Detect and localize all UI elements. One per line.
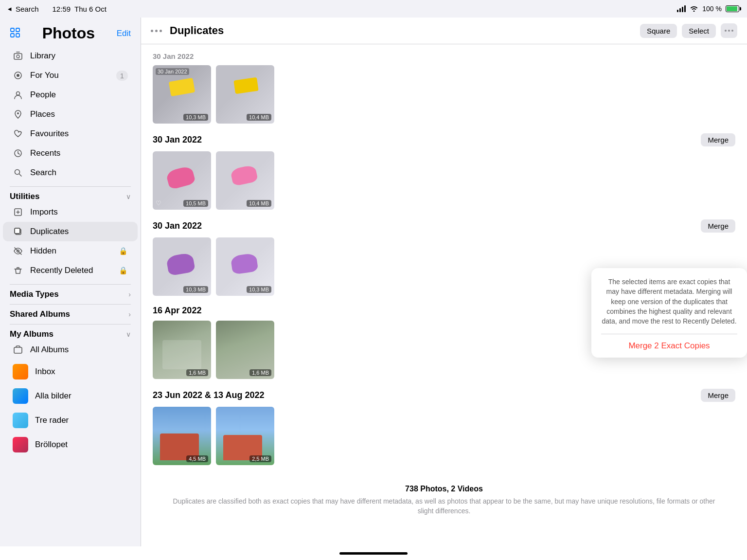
- sidebar-item-label: Places: [30, 109, 128, 119]
- sidebar-item-favourites[interactable]: Favourites: [3, 124, 138, 144]
- home-indicator: [0, 546, 747, 560]
- sidebar-shared-albums-section: Shared Albums ›: [0, 307, 141, 320]
- shared-albums-chevron-icon: ›: [128, 310, 131, 318]
- status-bar: ◂ Search 12:59 Thu 6 Oct 100 %: [0, 0, 747, 18]
- photo-thumb[interactable]: 2,5 MB: [216, 407, 274, 465]
- sidebar-divider-2: [10, 284, 131, 285]
- sidebar-divider-4: [10, 324, 131, 325]
- photo-thumb[interactable]: ♡ 10,5 MB: [153, 151, 211, 210]
- trash-icon: [13, 265, 23, 276]
- media-types-chevron-icon: ›: [128, 290, 131, 298]
- svg-point-11: [15, 170, 20, 175]
- date-label-3: 30 Jan 2022: [153, 221, 701, 231]
- tre-rader-album-thumb: [13, 413, 28, 428]
- photo-thumb[interactable]: 1,6 MB: [153, 321, 211, 379]
- sidebar-item-duplicates[interactable]: Duplicates: [3, 222, 138, 241]
- photo-size-label: 4,5 MB: [186, 455, 208, 462]
- hidden-icon: [13, 246, 23, 256]
- footer-count: 738 Photos, 2 Videos: [172, 485, 716, 493]
- main-title: Duplicates: [170, 24, 640, 37]
- my-albums-section-header[interactable]: My Albums ∨: [0, 326, 141, 340]
- date-label-2: 30 Jan 2022: [153, 135, 701, 145]
- shared-albums-section-header[interactable]: Shared Albums ›: [0, 307, 141, 320]
- merge-exact-copies-popup: The selected items are exact copies that…: [591, 268, 747, 358]
- svg-point-9: [17, 112, 19, 114]
- sidebar-divider-1: [10, 186, 131, 187]
- sidebar-item-places[interactable]: Places: [3, 105, 138, 124]
- status-bar-right: 100 %: [677, 5, 739, 13]
- sidebar-item-alla-bilder[interactable]: Alla bilder: [3, 384, 138, 408]
- merge-exact-copies-button[interactable]: Merge 2 Exact Copies: [601, 334, 737, 358]
- heart-favorite-icon: ♡: [156, 199, 161, 207]
- photo-pair-2: ♡ 10,5 MB 10,4 MB: [153, 151, 735, 210]
- more-options-button[interactable]: [721, 23, 737, 38]
- sidebar-item-library[interactable]: Library: [3, 46, 138, 66]
- sidebar-grid-btn[interactable]: [10, 27, 20, 40]
- photo-pair-1: 30 Jan 2022 10,3 MB 10,4 MB: [153, 65, 735, 124]
- sidebar-item-label: Library: [30, 51, 128, 61]
- merge-button-5[interactable]: Merge: [701, 389, 735, 402]
- date-group-1: 30 Jan 2022 30 Jan 2022 10,3 MB 10,4 MB: [153, 52, 735, 124]
- back-label[interactable]: Search: [16, 5, 39, 13]
- sidebar-edit-button[interactable]: Edit: [117, 29, 131, 38]
- sidebar-item-label: Tre rader: [35, 415, 128, 425]
- places-icon: [13, 109, 23, 120]
- svg-point-7: [17, 74, 19, 77]
- sidebar-item-foryou[interactable]: For You 1: [3, 66, 138, 85]
- photo-thumb[interactable]: 10,4 MB: [216, 151, 274, 210]
- status-date: Thu 6 Oct: [74, 5, 107, 13]
- square-button[interactable]: Square: [640, 24, 677, 38]
- sidebar-utilities-section: Utilities ∨ Imports Duplicates Hidden: [0, 189, 141, 280]
- sidebar-item-search[interactable]: Search: [3, 163, 138, 182]
- battery-percent: 100 %: [702, 5, 722, 13]
- svg-rect-1: [16, 28, 19, 32]
- utilities-section-header[interactable]: Utilities ∨: [0, 189, 141, 202]
- photo-thumb[interactable]: 10,3 MB: [153, 237, 211, 296]
- people-icon: [13, 90, 23, 100]
- photo-size-label: 10,3 MB: [183, 286, 208, 293]
- date-row-3: 30 Jan 2022 Merge: [153, 219, 735, 233]
- sidebar-item-label: Hidden: [30, 246, 112, 256]
- sidebar-item-label: For You: [30, 71, 109, 80]
- select-button[interactable]: Select: [682, 24, 716, 38]
- merge-button-3[interactable]: Merge: [701, 219, 735, 233]
- photo-size-label: 10,4 MB: [247, 114, 271, 121]
- sidebar-item-imports[interactable]: Imports: [3, 202, 138, 222]
- header-dots: [151, 30, 162, 32]
- foryou-icon: [13, 70, 23, 81]
- sidebar-item-inbox[interactable]: Inbox: [3, 360, 138, 384]
- home-indicator-bar: [339, 552, 408, 555]
- wifi-icon: [690, 5, 698, 13]
- svg-rect-17: [14, 347, 22, 353]
- merge-button-2[interactable]: Merge: [701, 133, 735, 146]
- date-row-2: 30 Jan 2022 Merge: [153, 133, 735, 146]
- date-group-5: 23 Jun 2022 & 13 Aug 2022 Merge 4,5 MB 2…: [153, 389, 735, 465]
- svg-rect-0: [11, 28, 14, 32]
- foryou-badge: 1: [116, 71, 128, 81]
- sidebar-item-all-albums[interactable]: All Albums: [3, 340, 138, 360]
- media-types-section-header[interactable]: Media Types ›: [0, 287, 141, 300]
- sidebar-item-recents[interactable]: Recents: [3, 144, 138, 163]
- my-albums-title: My Albums: [10, 329, 53, 339]
- sidebar-item-people[interactable]: People: [3, 85, 138, 105]
- photo-thumb[interactable]: 10,3 MB: [216, 237, 274, 296]
- sidebar-item-recently-deleted[interactable]: Recently Deleted 🔒: [3, 261, 138, 280]
- sidebar-item-label: People: [30, 90, 128, 100]
- photo-thumb[interactable]: 10,4 MB: [216, 65, 274, 124]
- sidebar-item-label: All Albums: [30, 345, 128, 355]
- utilities-chevron-icon: ∨: [126, 193, 131, 200]
- photo-size-label: 10,3 MB: [247, 286, 271, 293]
- search-icon: [13, 167, 23, 178]
- photo-thumb[interactable]: 30 Jan 2022 10,3 MB: [153, 65, 211, 124]
- sidebar-item-brollopet[interactable]: Bröllopet: [3, 433, 138, 457]
- date-row-1: 30 Jan 2022: [153, 52, 735, 60]
- imports-icon: [13, 207, 23, 217]
- photo-thumb[interactable]: 4,5 MB: [153, 407, 211, 465]
- sidebar-item-tre-rader[interactable]: Tre rader: [3, 408, 138, 433]
- main-scroll-area: 30 Jan 2022 30 Jan 2022 10,3 MB 10,4 MB …: [141, 44, 747, 546]
- photo-thumb[interactable]: 1,6 MB: [216, 321, 274, 379]
- sidebar-item-hidden[interactable]: Hidden 🔒: [3, 241, 138, 261]
- sidebar-my-albums-section: My Albums ∨ All Albums Inbox Alla bilder…: [0, 326, 141, 457]
- shared-albums-title: Shared Albums: [10, 309, 70, 319]
- sidebar-item-label: Alla bilder: [35, 391, 128, 401]
